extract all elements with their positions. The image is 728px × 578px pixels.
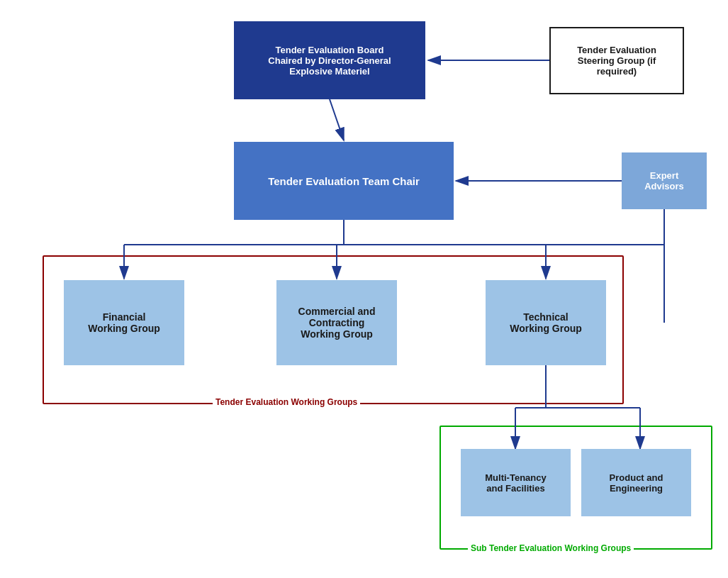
steering-group-box: Tender Evaluation Steering Group (if req… — [549, 27, 684, 94]
board-box: Tender Evaluation Board Chaired by Direc… — [234, 21, 425, 99]
financial-wg-box: Financial Working Group — [64, 280, 184, 365]
multi-tenancy-box: Multi-Tenancy and Facilities — [461, 449, 571, 516]
red-group-label: Tender Evaluation Working Groups — [213, 397, 360, 407]
svg-line-2 — [330, 99, 344, 140]
expert-advisors-box: Expert Advisors — [622, 152, 707, 209]
team-chair-box: Tender Evaluation Team Chair — [234, 142, 454, 220]
technical-wg-box: Technical Working Group — [486, 280, 606, 365]
product-engineering-box: Product and Engineering — [581, 449, 691, 516]
commercial-wg-box: Commercial and Contracting Working Group — [276, 280, 397, 365]
green-group-label: Sub Tender Evaluation Working Groups — [468, 543, 634, 553]
diagram: Tender Evaluation Working Groups Sub Ten… — [0, 0, 728, 578]
